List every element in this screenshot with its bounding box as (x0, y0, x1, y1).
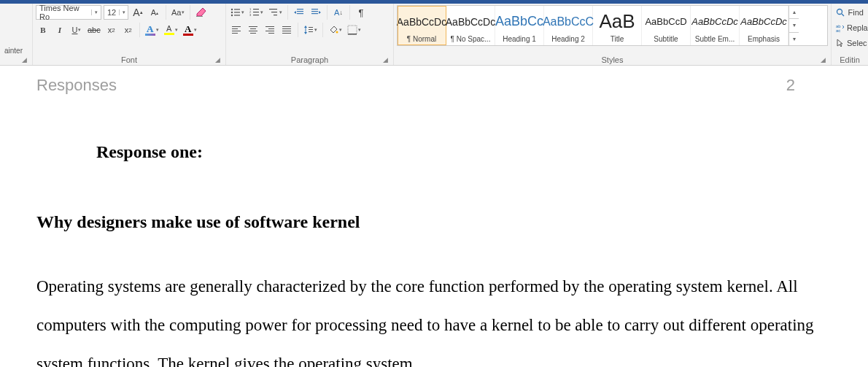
style-item[interactable]: AaBbCcDc¶ No Spac... (446, 6, 495, 45)
svg-rect-29 (309, 29, 313, 30)
svg-rect-13 (253, 15, 259, 15)
select-button[interactable]: Selec (834, 36, 865, 50)
styles-gallery: AaBbCcDc¶ NormalAaBbCcDc¶ No Spac...AaBb… (397, 5, 828, 46)
search-icon (836, 8, 846, 17)
bold-button[interactable]: B (36, 23, 50, 37)
chevron-down-icon: ▾ (119, 9, 128, 15)
font-color-button[interactable]: A▾ (182, 23, 198, 37)
font-size-combo[interactable]: 12 ▾ (104, 5, 128, 20)
svg-point-2 (231, 9, 233, 10)
dialog-launcher-icon[interactable]: ◢ (20, 57, 28, 64)
align-right-button[interactable] (263, 23, 277, 37)
separator (349, 5, 350, 20)
replace-button[interactable]: abac Repla (834, 20, 865, 35)
gallery-more[interactable]: ▾ (789, 33, 799, 45)
increase-indent-button[interactable] (309, 5, 323, 20)
svg-marker-24 (319, 11, 321, 14)
numbering-button[interactable]: 123 ▾ (248, 5, 265, 20)
svg-point-6 (231, 15, 233, 16)
replace-icon: abac (836, 23, 845, 32)
separator (322, 23, 323, 37)
font-name-combo[interactable]: Times New Ro ▾ (36, 5, 101, 20)
paragraph-group: ▾ 123 ▾ ▾ A↓ (226, 4, 394, 65)
bullets-button[interactable]: ▾ (229, 5, 246, 20)
line-spacing-button[interactable]: ▾ (302, 23, 319, 37)
style-preview: AaBbCcDc (740, 8, 787, 35)
italic-button[interactable]: I (53, 23, 67, 37)
style-name: Heading 2 (551, 35, 585, 43)
format-painter-label: ainter (3, 47, 29, 55)
style-preview: AaBbCcD (645, 8, 686, 35)
header-page-number: 2 (786, 76, 795, 95)
separator (327, 5, 328, 20)
text-effects-icon (145, 34, 155, 36)
grow-font-button[interactable]: A▴ (131, 5, 145, 20)
dialog-launcher-icon[interactable]: ◢ (381, 57, 389, 64)
multilevel-list-button[interactable]: ▾ (267, 5, 284, 20)
style-item[interactable]: AaBbCcDc¶ Normal (398, 6, 446, 45)
highlight-color-icon (164, 33, 174, 35)
text-effects-button[interactable]: A▾ (144, 23, 160, 37)
align-center-button[interactable] (246, 23, 260, 37)
align-left-button[interactable] (229, 23, 244, 37)
svg-rect-28 (309, 27, 313, 28)
font-name-value: Times New Ro (36, 4, 91, 21)
svg-rect-26 (306, 27, 306, 33)
style-name: Title (611, 35, 624, 43)
find-button[interactable]: Find (834, 5, 865, 20)
page-header: Responses 2 (0, 66, 868, 95)
show-paragraph-marks-button[interactable]: ¶ (354, 5, 368, 20)
svg-rect-14 (269, 9, 277, 9)
strikethrough-button[interactable]: abc (86, 23, 102, 37)
style-item[interactable]: AaBbCcDcEmphasis (740, 6, 788, 45)
gallery-scroll-down[interactable]: ▾ (789, 19, 799, 32)
response-heading: Response one: (96, 131, 824, 174)
subscript-button[interactable]: x2 (104, 23, 119, 37)
style-item[interactable]: AaBbCcHeading 1 (495, 6, 544, 45)
decrease-indent-button[interactable] (292, 5, 306, 20)
replace-label: Repla (847, 23, 868, 32)
superscript-button[interactable]: x2 (121, 23, 136, 37)
style-item[interactable]: AaBbCcDSubtitle (642, 6, 691, 45)
dialog-launcher-icon[interactable]: ◢ (214, 57, 221, 64)
separator (166, 5, 166, 20)
style-name: Emphasis (748, 35, 780, 43)
body-paragraph: Operating systems are generally characte… (36, 268, 824, 367)
document-body[interactable]: Response one: Why designers make use of … (0, 95, 868, 367)
style-item[interactable]: AaBbCcDcSubtle Em... (691, 6, 740, 45)
eraser-icon (195, 7, 207, 18)
clear-formatting-button[interactable] (194, 5, 209, 20)
align-left-icon (232, 26, 241, 34)
style-item[interactable]: AaBTitle (593, 6, 642, 45)
justify-button[interactable] (279, 23, 294, 37)
document-area[interactable]: Responses 2 Response one: Why designers … (0, 66, 868, 367)
font-group: Times New Ro ▾ 12 ▾ A▴ A▴ Aa▾ B I (33, 4, 226, 65)
change-case-button[interactable]: Aa▾ (170, 5, 186, 20)
svg-rect-15 (271, 12, 277, 12)
font-size-value: 12 (104, 8, 119, 17)
dialog-launcher-icon[interactable]: ◢ (819, 57, 826, 64)
svg-point-4 (231, 12, 233, 13)
highlight-button[interactable]: A▾ (163, 23, 179, 37)
borders-button[interactable]: ▾ (346, 23, 363, 37)
shading-button[interactable]: ▾ (327, 23, 344, 37)
style-preview: AaBbCcDc (691, 8, 738, 35)
shrink-font-button[interactable]: A▴ (147, 5, 162, 20)
sort-button[interactable]: A↓ (331, 5, 346, 20)
style-name: Subtle Em... (695, 35, 735, 43)
style-name: ¶ Normal (407, 35, 436, 43)
separator (190, 5, 190, 20)
numbering-icon: 123 (249, 7, 260, 18)
style-preview: AaB (599, 8, 635, 35)
style-preview: AaBbCcDc (446, 8, 495, 35)
line-spacing-icon (303, 25, 314, 35)
svg-marker-20 (294, 11, 296, 14)
align-right-icon (266, 26, 274, 34)
style-item[interactable]: AaBbCcCHeading 2 (544, 6, 593, 45)
gallery-scroll-up[interactable]: ▴ (789, 6, 799, 19)
chevron-down-icon: ▾ (91, 9, 101, 15)
svg-point-32 (336, 31, 338, 34)
underline-button[interactable]: U▾ (69, 23, 84, 37)
separator (287, 5, 288, 20)
style-preview: AaBbCcC (543, 8, 594, 35)
